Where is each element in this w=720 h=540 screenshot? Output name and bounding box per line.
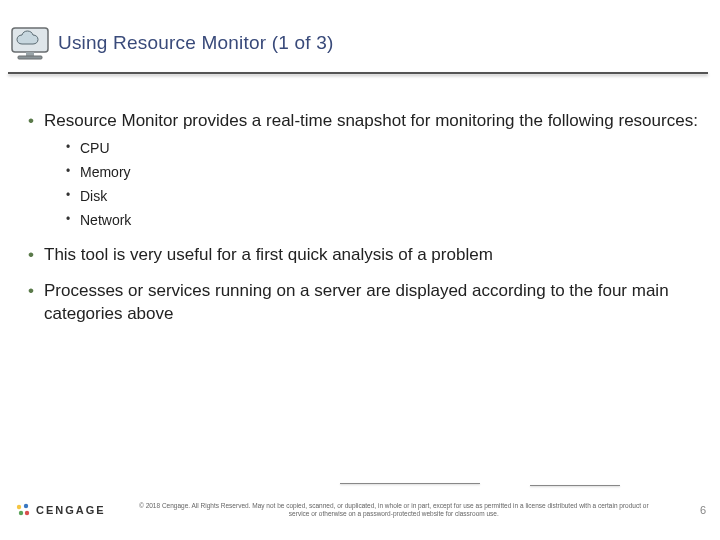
svg-point-4: [24, 504, 28, 508]
sub-bullet-item: Memory: [66, 163, 702, 182]
page-number: 6: [682, 504, 706, 516]
svg-point-5: [19, 511, 23, 515]
bullet-text: Resource Monitor provides a real-time sn…: [44, 111, 698, 130]
brand-logo-icon: [14, 501, 32, 519]
bullet-item: Resource Monitor provides a real-time sn…: [28, 110, 702, 230]
sub-bullet-item: CPU: [66, 139, 702, 158]
sub-bullet-text: CPU: [80, 140, 110, 156]
sub-bullet-text: Disk: [80, 188, 107, 204]
svg-point-6: [25, 511, 29, 515]
bullet-item: This tool is very useful for a first qui…: [28, 244, 702, 267]
sub-bullet-item: Disk: [66, 187, 702, 206]
sub-bullet-text: Memory: [80, 164, 131, 180]
header: Using Resource Monitor (1 of 3): [0, 0, 720, 72]
svg-rect-2: [18, 56, 42, 59]
bullet-text: This tool is very useful for a first qui…: [44, 245, 493, 264]
brand-name: CENGAGE: [36, 504, 106, 516]
sub-bullet-list: CPU Memory Disk Network: [66, 139, 702, 230]
sub-bullet-text: Network: [80, 212, 131, 228]
svg-point-3: [17, 505, 21, 509]
content: Resource Monitor provides a real-time sn…: [0, 74, 720, 326]
slide: Using Resource Monitor (1 of 3) Resource…: [0, 0, 720, 540]
copyright-text: © 2018 Cengage. All Rights Reserved. May…: [106, 502, 682, 518]
page-title: Using Resource Monitor (1 of 3): [58, 32, 333, 54]
sub-bullet-item: Network: [66, 211, 702, 230]
bullet-list: Resource Monitor provides a real-time sn…: [28, 110, 702, 326]
bullet-item: Processes or services running on a serve…: [28, 280, 702, 326]
brand: CENGAGE: [14, 501, 106, 519]
cloud-monitor-icon: [8, 22, 52, 64]
svg-rect-1: [26, 52, 34, 56]
footer: CENGAGE © 2018 Cengage. All Rights Reser…: [0, 480, 720, 540]
bullet-text: Processes or services running on a serve…: [44, 281, 669, 323]
